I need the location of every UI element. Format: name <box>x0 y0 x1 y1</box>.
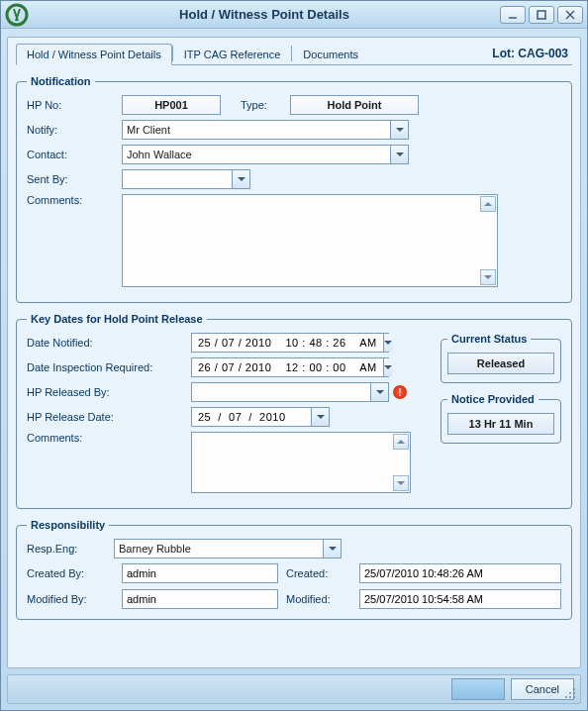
resize-grip-icon[interactable] <box>564 687 576 699</box>
modified-by-label: Modified By: <box>27 593 114 605</box>
close-button[interactable] <box>557 6 583 24</box>
current-status-value: Released <box>447 353 554 374</box>
date-notified-value: 25 / 07 / 2010 10 : 48 : 26 AM <box>192 337 383 349</box>
svg-point-10 <box>565 696 567 698</box>
window: Hold / Witness Point Details Hold / Witn… <box>0 0 588 711</box>
current-status-legend: Current Status <box>447 333 531 345</box>
hp-release-date-value: 25 / 07 / 2010 <box>192 411 311 423</box>
title-bar: Hold / Witness Point Details <box>1 1 587 29</box>
tab-itp-cag-reference[interactable]: ITP CAG Reference <box>173 44 292 64</box>
scroll-down-icon[interactable] <box>393 475 409 491</box>
responsibility-group: Responsibility Resp.Eng: Barney Rubble C… <box>16 519 572 620</box>
notification-group: Notification HP No: HP001 Type: Hold Poi… <box>16 75 572 303</box>
scroll-up-icon[interactable] <box>393 434 409 450</box>
maximize-button[interactable] <box>529 6 554 24</box>
footer-bar: Cancel <box>7 674 581 704</box>
responsibility-legend: Responsibility <box>27 519 109 531</box>
created-by-value[interactable]: admin <box>122 563 278 583</box>
modified-by-value[interactable]: admin <box>122 589 278 609</box>
notice-provided-legend: Notice Provided <box>447 393 539 405</box>
modified-label: Modified: <box>286 593 351 605</box>
contact-label: Contact: <box>27 149 122 160</box>
date-notified-picker[interactable]: 25 / 07 / 2010 10 : 48 : 26 AM <box>191 333 389 353</box>
type-label: Type: <box>241 99 290 111</box>
created-value: 25/07/2010 10:48:26 AM <box>359 563 561 583</box>
chevron-down-icon[interactable] <box>311 408 329 426</box>
contact-combo[interactable]: John Wallace <box>122 145 409 164</box>
ok-button[interactable] <box>451 678 505 700</box>
hp-released-by-combo[interactable] <box>191 382 389 402</box>
tab-documents[interactable]: Documents <box>292 44 369 64</box>
resp-eng-label: Resp.Eng: <box>27 543 114 555</box>
notification-comments[interactable] <box>122 194 498 287</box>
date-inspection-value: 26 / 07 / 2010 12 : 00 : 00 AM <box>192 361 383 373</box>
hp-released-by-label: HP Released By: <box>27 386 191 398</box>
svg-rect-2 <box>538 11 545 19</box>
chevron-down-icon[interactable] <box>390 146 408 163</box>
notify-value: Mr Client <box>123 124 390 136</box>
contact-value: John Wallace <box>123 149 390 160</box>
minimize-button[interactable] <box>500 6 526 24</box>
resp-eng-combo[interactable]: Barney Rubble <box>114 539 342 559</box>
hp-no-value: HP001 <box>122 95 221 115</box>
lot-label: Lot: CAG-003 <box>492 47 572 60</box>
sent-by-combo[interactable] <box>122 169 250 189</box>
current-status-group: Current Status Released <box>441 333 561 383</box>
svg-point-7 <box>569 692 571 694</box>
notification-legend: Notification <box>27 75 95 87</box>
notify-combo[interactable]: Mr Client <box>122 120 409 140</box>
svg-point-9 <box>569 696 571 698</box>
date-inspection-picker[interactable]: 26 / 07 / 2010 12 : 00 : 00 AM <box>191 357 389 377</box>
chevron-down-icon[interactable] <box>232 170 249 188</box>
chevron-down-icon[interactable] <box>383 358 392 376</box>
tab-hold-witness-details[interactable]: Hold / Witness Point Details <box>16 44 172 65</box>
keydates-group: Key Dates for Hold Point Release Date No… <box>16 313 572 509</box>
window-controls <box>500 6 583 24</box>
app-icon <box>5 3 29 27</box>
svg-point-8 <box>573 696 575 698</box>
chevron-down-icon[interactable] <box>323 540 341 558</box>
chevron-down-icon[interactable] <box>390 121 408 139</box>
content-panel: Hold / Witness Point Details ITP CAG Ref… <box>7 37 581 668</box>
date-notified-label: Date Notified: <box>27 337 191 349</box>
sent-by-label: Sent By: <box>27 173 122 185</box>
hp-release-date-picker[interactable]: 25 / 07 / 2010 <box>191 407 330 427</box>
type-value: Hold Point <box>290 95 419 115</box>
hp-release-date-label: HP Release Date: <box>27 411 191 423</box>
window-title: Hold / Witness Point Details <box>29 7 500 22</box>
hp-no-label: HP No: <box>27 99 122 111</box>
modified-value: 25/07/2010 10:54:58 AM <box>359 589 561 609</box>
notify-label: Notify: <box>27 124 122 136</box>
svg-point-6 <box>573 692 575 694</box>
tab-row: Hold / Witness Point Details ITP CAG Ref… <box>16 42 572 65</box>
kd-comments[interactable] <box>191 432 411 493</box>
notice-provided-group: Notice Provided 13 Hr 11 Min <box>441 393 561 444</box>
kd-comments-label: Comments: <box>27 432 191 444</box>
chevron-down-icon[interactable] <box>370 383 388 401</box>
svg-point-5 <box>573 688 575 690</box>
comments-label: Comments: <box>27 194 122 206</box>
created-label: Created: <box>286 567 351 579</box>
resp-eng-value: Barney Rubble <box>115 543 323 555</box>
scroll-up-icon[interactable] <box>480 196 496 212</box>
chevron-down-icon[interactable] <box>383 334 392 352</box>
notice-provided-value: 13 Hr 11 Min <box>447 413 554 435</box>
scroll-down-icon[interactable] <box>480 269 496 285</box>
keydates-legend: Key Dates for Hold Point Release <box>27 313 207 325</box>
date-inspection-label: Date Inspection Required: <box>27 361 191 373</box>
warning-icon: ! <box>393 385 407 399</box>
created-by-label: Created By: <box>27 567 114 579</box>
